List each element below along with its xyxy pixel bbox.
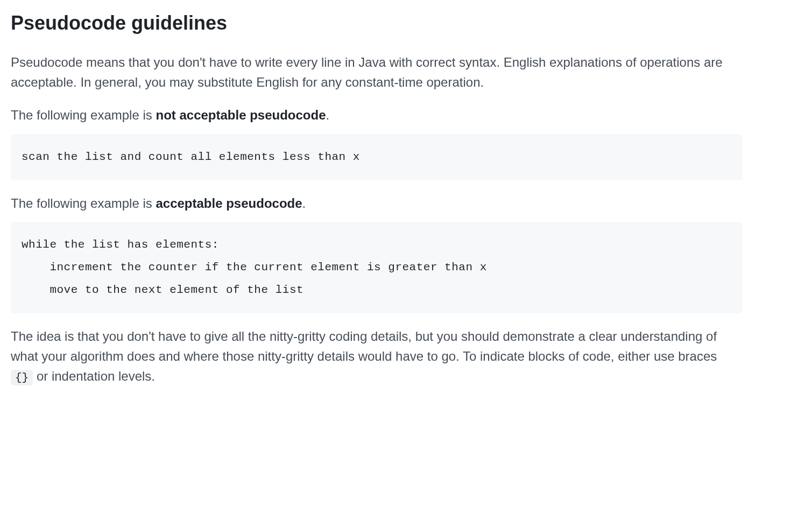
bad-code-text: scan the list and count all elements les… (22, 151, 360, 163)
inline-code-braces: {} (11, 370, 33, 385)
not-acceptable-prefix: The following example is (11, 108, 156, 122)
conclusion-paragraph: The idea is that you don't have to give … (11, 326, 743, 387)
not-acceptable-paragraph: The following example is not acceptable … (11, 105, 743, 125)
acceptable-suffix: . (302, 196, 306, 211)
acceptable-paragraph: The following example is acceptable pseu… (11, 193, 743, 213)
not-acceptable-bold: not acceptable pseudocode (156, 108, 326, 122)
acceptable-bold: acceptable pseudocode (156, 196, 302, 211)
good-code-text: while the list has elements: increment t… (22, 239, 487, 296)
document-content: Pseudocode guidelines Pseudocode means t… (11, 11, 743, 387)
good-code-block: while the list has elements: increment t… (11, 222, 743, 313)
not-acceptable-suffix: . (326, 108, 330, 122)
acceptable-prefix: The following example is (11, 196, 156, 211)
bad-code-block: scan the list and count all elements les… (11, 134, 743, 180)
intro-paragraph: Pseudocode means that you don't have to … (11, 52, 743, 92)
conclusion-part1: The idea is that you don't have to give … (11, 329, 717, 363)
section-heading: Pseudocode guidelines (11, 11, 743, 35)
conclusion-part2: or indentation levels. (33, 369, 155, 383)
